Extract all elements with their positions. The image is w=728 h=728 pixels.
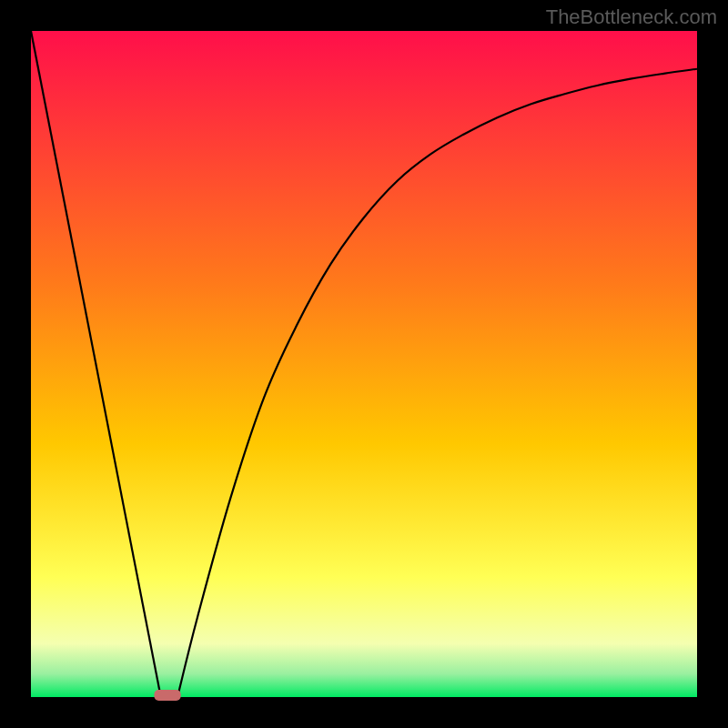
bottleneck-chart (0, 0, 728, 728)
optimal-marker (154, 690, 180, 701)
attribution-label: TheBottleneck.com (546, 5, 717, 29)
chart-container: TheBottleneck.com (0, 0, 728, 728)
plot-background (31, 31, 697, 697)
